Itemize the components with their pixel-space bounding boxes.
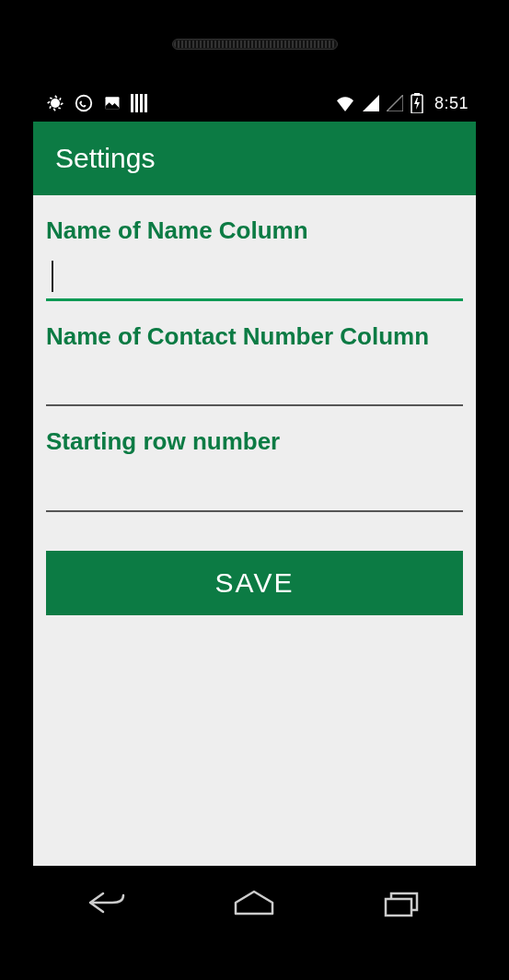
signal1-icon: [363, 95, 379, 111]
status-right: 8:51: [335, 93, 469, 113]
phone-frame: 8:51 Settings Name of Name Column Name o…: [0, 0, 509, 980]
signal2-icon: [387, 95, 403, 111]
back-button[interactable]: [77, 884, 136, 921]
save-button[interactable]: SAVE: [46, 551, 463, 615]
input-name-column[interactable]: [46, 253, 463, 301]
status-left: [40, 93, 147, 113]
field-group-name-column: Name of Name Column: [46, 216, 463, 301]
battery-icon: [411, 93, 423, 113]
recent-button[interactable]: [373, 884, 432, 921]
whatsapp-icon: [74, 93, 94, 113]
svg-point-1: [76, 96, 92, 111]
nav-bar: [33, 869, 476, 936]
input-contact-column[interactable]: [46, 358, 463, 406]
dnd-icon: [46, 94, 64, 112]
svg-point-0: [51, 99, 60, 108]
page-title: Settings: [55, 143, 155, 174]
bars-icon: [131, 94, 147, 112]
input-wrapper-name-column: [46, 253, 463, 301]
svg-rect-9: [386, 899, 411, 916]
svg-rect-8: [414, 93, 420, 96]
clock: 8:51: [434, 94, 469, 113]
label-starting-row: Starting row number: [46, 426, 463, 457]
field-group-starting-row: Starting row number: [46, 426, 463, 512]
phone-speaker: [172, 39, 338, 50]
input-starting-row[interactable]: [46, 464, 463, 512]
status-bar: 8:51: [33, 85, 476, 122]
svg-rect-5: [140, 94, 143, 112]
label-contact-column: Name of Contact Number Column: [46, 321, 463, 352]
label-name-column: Name of Name Column: [46, 216, 463, 246]
wifi-icon: [335, 95, 355, 111]
screen: 8:51 Settings Name of Name Column Name o…: [33, 85, 476, 866]
home-button[interactable]: [225, 884, 283, 921]
app-header: Settings: [33, 122, 476, 195]
field-group-contact-column: Name of Contact Number Column: [46, 321, 463, 407]
svg-rect-3: [131, 94, 133, 112]
image-icon: [103, 94, 121, 112]
svg-rect-6: [145, 94, 147, 112]
svg-rect-4: [135, 94, 138, 112]
app-content: Name of Name Column Name of Contact Numb…: [33, 195, 476, 866]
